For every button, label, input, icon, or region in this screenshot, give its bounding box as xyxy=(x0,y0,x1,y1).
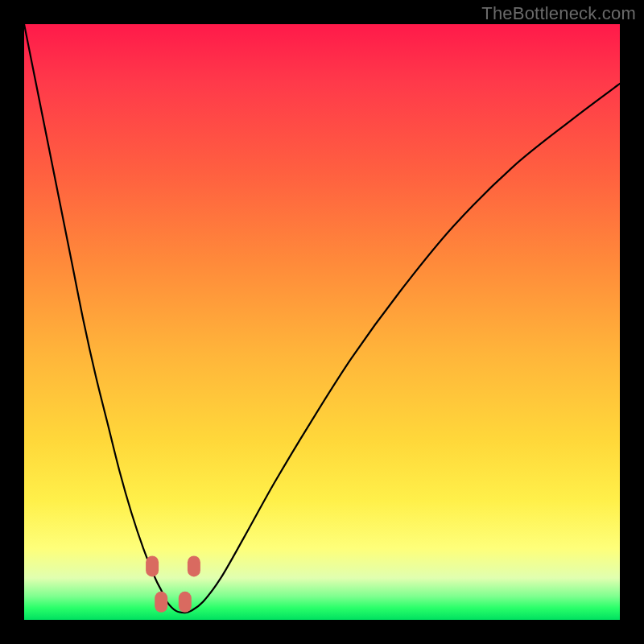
plot-area xyxy=(24,24,620,620)
curve-markers-group xyxy=(146,555,200,612)
chart-frame: TheBottleneck.com xyxy=(0,0,644,644)
curve-marker xyxy=(179,592,192,613)
curve-marker xyxy=(155,592,167,613)
watermark-text: TheBottleneck.com xyxy=(481,3,636,24)
curve-marker xyxy=(146,555,159,576)
curve-marker xyxy=(188,555,200,576)
bottleneck-curve-line xyxy=(24,24,620,613)
bottleneck-curve-svg xyxy=(24,24,620,620)
